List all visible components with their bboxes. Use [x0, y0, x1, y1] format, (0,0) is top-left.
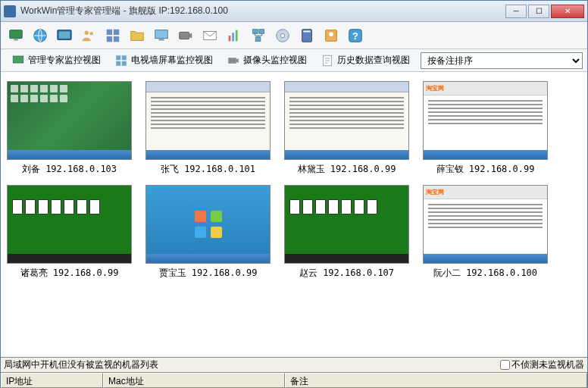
svg-rect-31	[122, 55, 127, 60]
svg-rect-10	[114, 36, 119, 41]
client-label: 刘备 192.168.0.103	[7, 163, 132, 176]
svg-rect-29	[13, 56, 23, 63]
svg-rect-12	[158, 39, 164, 40]
checkbox-input[interactable]	[500, 360, 510, 370]
svg-rect-32	[116, 61, 120, 65]
client-thumbnail[interactable]: 诸葛亮 192.168.0.99	[7, 185, 132, 280]
display-icon[interactable]	[151, 25, 172, 46]
titlebar: WorkWin管理专家管理端 - 旗舰版 IP:192.168.0.100 ─ …	[1, 1, 587, 22]
client-label: 阮小二 192.168.0.100	[423, 267, 548, 280]
svg-rect-17	[236, 30, 238, 41]
screenshot-preview[interactable]	[7, 185, 132, 264]
svg-rect-8	[114, 29, 119, 34]
screenshot-preview[interactable]	[284, 81, 409, 160]
tab-tvwall-view[interactable]: 电视墙屏幕监控视图	[108, 52, 219, 70]
screen-icon[interactable]	[54, 25, 75, 46]
svg-rect-24	[303, 30, 310, 32]
svg-rect-15	[229, 36, 231, 41]
folder-icon[interactable]	[127, 25, 148, 46]
monitor-small-icon	[11, 54, 25, 67]
client-thumbnail[interactable]: 刘备 192.168.0.103	[7, 81, 132, 176]
screenshot-preview[interactable]: 淘宝网	[423, 81, 548, 160]
thumbnail-grid-area: 刘备 192.168.0.103张飞 192.168.0.101林黛玉 192.…	[1, 72, 587, 345]
svg-rect-30	[116, 55, 120, 60]
book-icon[interactable]	[296, 25, 317, 46]
disc-icon[interactable]	[272, 25, 293, 46]
svg-rect-18	[253, 29, 258, 33]
mail-icon[interactable]	[199, 25, 220, 46]
client-label: 赵云 192.168.0.107	[284, 267, 409, 280]
svg-rect-7	[107, 29, 112, 34]
network-icon[interactable]	[248, 25, 269, 46]
grid-small-icon	[114, 54, 128, 67]
svg-rect-9	[107, 36, 112, 41]
maximize-button[interactable]: ☐	[528, 5, 549, 18]
sort-dropdown[interactable]: 按备注排序	[421, 52, 583, 69]
view-tabs: 管理专家监控视图 电视墙屏幕监控视图 摄像头监控视图 历史数据查询视图 按备注排…	[1, 49, 587, 72]
tab-label: 管理专家监控视图	[28, 54, 101, 67]
screenshot-preview[interactable]	[145, 81, 271, 160]
svg-text:?: ?	[352, 30, 358, 41]
svg-rect-34	[228, 58, 236, 64]
svg-point-26	[329, 32, 333, 36]
client-thumbnail[interactable]: 林黛玉 192.168.0.99	[284, 81, 409, 176]
col-ip[interactable]: IP地址	[1, 373, 103, 388]
svg-rect-33	[122, 61, 127, 65]
client-thumbnail[interactable]: 淘宝网薛宝钗 192.168.0.99	[423, 81, 548, 176]
svg-point-5	[85, 30, 89, 35]
client-thumbnail[interactable]: 张飞 192.168.0.101	[145, 81, 271, 176]
svg-rect-11	[155, 30, 168, 38]
main-toolbar: ?	[1, 22, 587, 49]
tab-camera-view[interactable]: 摄像头监控视图	[220, 52, 313, 70]
globe-icon[interactable]	[30, 25, 51, 46]
screenshot-preview[interactable]	[284, 185, 409, 264]
tab-expert-view[interactable]: 管理专家监控视图	[5, 52, 107, 70]
svg-rect-13	[180, 32, 189, 39]
minimize-button[interactable]: ─	[505, 5, 527, 18]
camera-small-icon	[227, 54, 240, 67]
client-label: 张飞 192.168.0.101	[145, 163, 271, 176]
svg-point-6	[89, 31, 93, 35]
screenshot-preview[interactable]	[7, 81, 132, 160]
monitor-icon[interactable]	[5, 25, 27, 46]
client-label: 贾宝玉 192.168.0.99	[145, 267, 271, 280]
client-label: 林黛玉 192.168.0.99	[284, 163, 409, 176]
svg-point-22	[280, 33, 285, 38]
tab-label: 摄像头监控视图	[243, 54, 307, 67]
client-thumbnail[interactable]: 淘宝网阮小二 192.168.0.100	[423, 185, 548, 280]
svg-rect-1	[14, 39, 18, 40]
help-icon[interactable]: ?	[345, 25, 366, 46]
tab-history-view[interactable]: 历史数据查询视图	[314, 52, 416, 70]
client-label: 诸葛亮 192.168.0.99	[7, 267, 132, 280]
svg-rect-19	[259, 29, 264, 33]
svg-rect-0	[10, 30, 23, 38]
svg-rect-20	[255, 36, 260, 41]
screenshot-preview[interactable]	[145, 185, 271, 264]
users-icon[interactable]	[78, 25, 99, 46]
doc-small-icon	[321, 54, 334, 67]
tab-label: 电视墙屏幕监控视图	[131, 54, 213, 67]
no-detect-checkbox[interactable]: 不侦测未监视机器	[500, 358, 584, 371]
chart-icon[interactable]	[224, 25, 245, 46]
app-icon	[4, 5, 16, 17]
client-label: 薛宝钗 192.168.0.99	[423, 163, 548, 176]
bottom-panel-title: 局域网中开机但没有被监视的机器列表	[4, 358, 158, 371]
screenshot-preview[interactable]: 淘宝网	[423, 185, 548, 264]
contact-icon[interactable]	[321, 25, 342, 46]
client-thumbnail[interactable]: 赵云 192.168.0.107	[284, 185, 409, 280]
tab-label: 历史数据查询视图	[337, 54, 410, 67]
col-note[interactable]: 备注	[285, 373, 587, 388]
svg-rect-4	[59, 31, 70, 38]
close-button[interactable]: ✕	[551, 5, 584, 18]
bottom-panel: 局域网中开机但没有被监视的机器列表 不侦测未监视机器 IP地址 Mac地址 备注	[1, 357, 587, 388]
window-controls: ─ ☐ ✕	[505, 5, 584, 18]
grid-icon[interactable]	[102, 25, 124, 46]
bottom-table-header: IP地址 Mac地址 备注	[1, 373, 587, 388]
svg-rect-16	[232, 33, 234, 41]
window-title: WorkWin管理专家管理端 - 旗舰版 IP:192.168.0.100	[20, 5, 505, 17]
client-thumbnail[interactable]: 贾宝玉 192.168.0.99	[145, 185, 271, 280]
camera-icon[interactable]	[175, 25, 196, 46]
col-mac[interactable]: Mac地址	[103, 373, 285, 388]
